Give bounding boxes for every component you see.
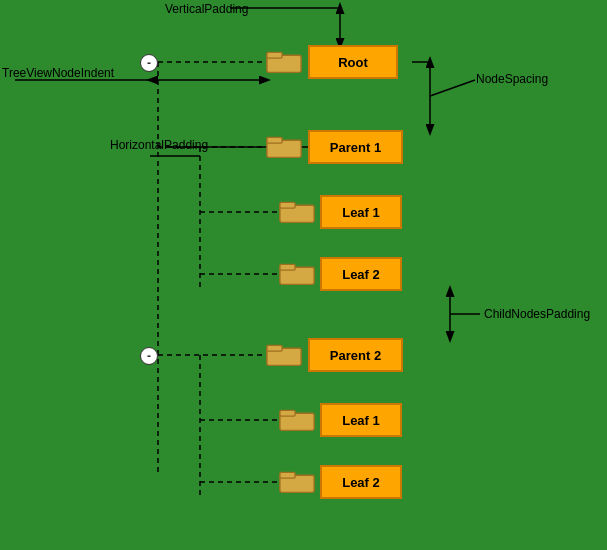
- leaf2b-node: Leaf 2: [320, 465, 402, 499]
- svg-line-5: [430, 80, 475, 96]
- tree-view-node-indent-label: TreeViewNodeIndent: [2, 66, 114, 80]
- svg-rect-37: [280, 472, 295, 478]
- collapse-root-button[interactable]: -: [140, 54, 158, 72]
- vertical-padding-label: VerticalPadding: [165, 2, 248, 16]
- root-node: Root: [308, 45, 398, 79]
- svg-rect-25: [267, 52, 282, 58]
- collapse-parent2-button[interactable]: -: [140, 347, 158, 365]
- folder-root-icon: [265, 45, 303, 75]
- leaf1a-node: Leaf 1: [320, 195, 402, 229]
- svg-rect-35: [280, 410, 295, 416]
- leaf1b-node: Leaf 1: [320, 403, 402, 437]
- folder-leaf2a-icon: [278, 257, 316, 287]
- parent2-node: Parent 2: [308, 338, 403, 372]
- svg-rect-27: [267, 137, 282, 143]
- folder-leaf2b-icon: [278, 465, 316, 495]
- folder-leaf1a-icon: [278, 195, 316, 225]
- svg-rect-29: [280, 202, 295, 208]
- svg-rect-33: [267, 345, 282, 351]
- horizontal-padding-label: HorizontalPadding: [110, 138, 208, 152]
- folder-leaf1b-icon: [278, 403, 316, 433]
- svg-rect-31: [280, 264, 295, 270]
- parent1-node: Parent 1: [308, 130, 403, 164]
- child-nodes-padding-label: ChildNodesPadding: [484, 307, 590, 321]
- leaf2a-node: Leaf 2: [320, 257, 402, 291]
- folder-parent2-icon: [265, 338, 303, 368]
- node-spacing-label: NodeSpacing: [476, 72, 548, 86]
- folder-parent1-icon: [265, 130, 303, 160]
- diagram-area: VerticalPadding NodeSpacing TreeViewNode…: [0, 0, 607, 550]
